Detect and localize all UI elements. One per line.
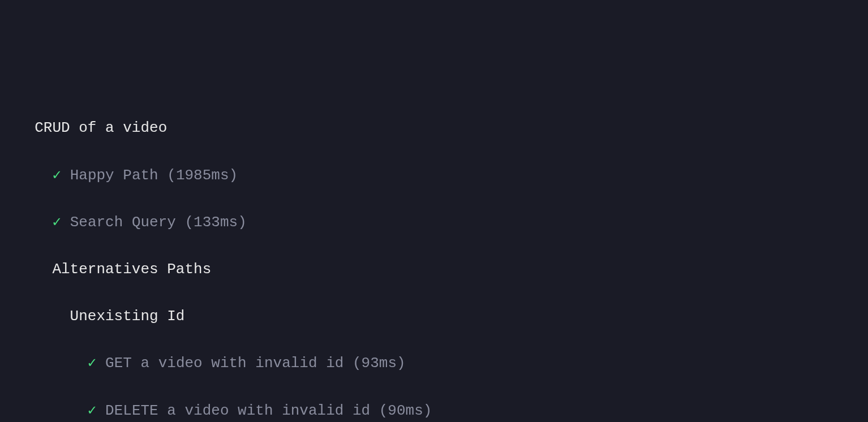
suite-title-root: CRUD of a video <box>17 117 851 140</box>
test-time: (133ms) <box>185 214 247 231</box>
test-time: (90ms) <box>379 402 432 419</box>
test-name: DELETE a video with invalid id <box>105 402 370 419</box>
test-name: Search Query <box>70 214 176 231</box>
checkmark-icon: ✓ <box>88 355 97 372</box>
checkmark-icon: ✓ <box>88 402 97 419</box>
test-time: (1985ms) <box>167 167 238 184</box>
test-row: ✓ Search Query (133ms) <box>17 211 851 235</box>
test-time: (93ms) <box>353 355 406 372</box>
suite-title: Unexisting Id <box>17 305 851 329</box>
suite-title: Alternatives Paths <box>17 258 851 282</box>
test-output: CRUD of a video ✓ Happy Path (1985ms) ✓ … <box>17 93 851 422</box>
test-row: ✓ DELETE a video with invalid id (90ms) <box>17 399 851 423</box>
test-name: GET a video with invalid id <box>105 355 343 372</box>
test-name: Happy Path <box>70 167 158 184</box>
test-row: ✓ Happy Path (1985ms) <box>17 164 851 188</box>
test-row: ✓ GET a video with invalid id (93ms) <box>17 352 851 376</box>
checkmark-icon: ✓ <box>52 167 61 184</box>
checkmark-icon: ✓ <box>52 214 61 231</box>
